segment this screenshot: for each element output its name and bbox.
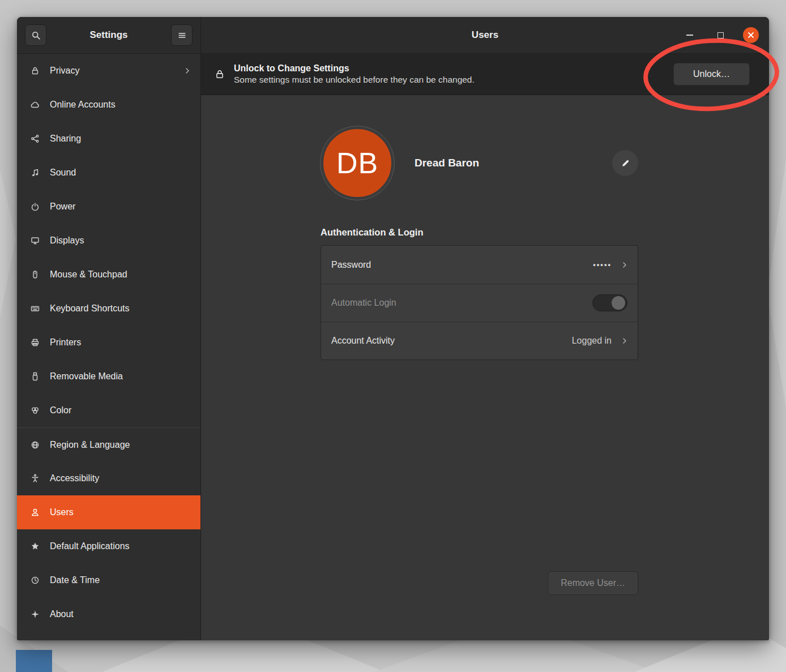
window-controls: [682, 17, 759, 53]
sidebar-item-about[interactable]: About: [17, 597, 200, 631]
display-icon: [31, 236, 40, 245]
lock-icon: [215, 69, 225, 79]
infobar-title: Unlock to Change Settings: [234, 62, 475, 75]
sidebar-item-privacy[interactable]: Privacy: [17, 54, 200, 88]
printer-icon: [31, 338, 40, 347]
search-button[interactable]: [25, 24, 46, 46]
users-icon: [31, 508, 40, 517]
main-headerbar: Users: [201, 17, 769, 54]
remove-user-button[interactable]: Remove User…: [548, 571, 638, 595]
lock-icon: [31, 66, 40, 75]
sidebar-item-label: Displays: [50, 236, 84, 246]
auth-listbox: Password ••••• Automatic Login: [321, 245, 638, 360]
row-label: Account Activity: [331, 336, 395, 346]
color-icon: [31, 406, 40, 415]
sidebar-item-displays[interactable]: Displays: [17, 224, 200, 258]
sidebar-item-label: Removable Media: [50, 371, 123, 382]
sidebar-item-label: Color: [50, 405, 71, 416]
star-icon: [31, 542, 40, 551]
main-panel: Users Unlock to Change Settings Some set…: [201, 17, 769, 640]
sidebar-item-online-accounts[interactable]: Online Accounts: [17, 88, 200, 122]
infobar-text: Unlock to Change Settings Some settings …: [234, 62, 475, 87]
sidebar-item-label: Sharing: [50, 134, 81, 144]
sparkle-icon: [31, 610, 40, 619]
sidebar-item-sharing[interactable]: Sharing: [17, 122, 200, 156]
sidebar-item-keyboard-shortcuts[interactable]: Keyboard Shortcuts: [17, 292, 200, 326]
sidebar-item-mouse-touchpad[interactable]: Mouse & Touchpad: [17, 258, 200, 292]
account-activity-row[interactable]: Account Activity Logged in: [321, 322, 638, 359]
sidebar-item-date-time[interactable]: Date & Time: [17, 563, 200, 597]
sidebar: Settings Privacy Online Accounts: [17, 17, 201, 640]
sidebar-item-sound[interactable]: Sound: [17, 156, 200, 190]
sidebar-item-label: Printers: [50, 337, 81, 348]
sidebar-item-label: Power: [50, 202, 75, 212]
globe-icon: [31, 440, 40, 450]
sidebar-item-label: Mouse & Touchpad: [50, 269, 127, 280]
sidebar-item-color[interactable]: Color: [17, 393, 200, 427]
avatar: DB: [321, 126, 394, 200]
row-label: Automatic Login: [331, 298, 396, 308]
music-note-icon: [31, 168, 40, 177]
sidebar-nav: Privacy Online Accounts Sharing Sound: [17, 54, 200, 640]
sidebar-item-printers[interactable]: Printers: [17, 326, 200, 359]
chevron-right-icon: [622, 336, 627, 345]
chevron-right-icon: [622, 260, 627, 269]
page-title: Users: [472, 29, 498, 41]
sidebar-item-removable-media[interactable]: Removable Media: [17, 359, 200, 393]
menu-button[interactable]: [171, 24, 193, 46]
share-icon: [31, 134, 40, 143]
sidebar-item-label: Sound: [50, 168, 76, 178]
app-title: Settings: [46, 29, 171, 41]
minimize-button[interactable]: [682, 27, 698, 43]
unlock-button[interactable]: Unlock…: [673, 63, 750, 85]
automatic-login-row: Automatic Login: [321, 284, 638, 322]
password-row[interactable]: Password •••••: [321, 246, 638, 284]
hamburger-icon: [177, 31, 187, 40]
power-icon: [31, 202, 40, 211]
settings-window: Settings Privacy Online Accounts: [17, 17, 769, 640]
sidebar-item-accessibility[interactable]: Accessibility: [17, 461, 200, 495]
sidebar-item-default-applications[interactable]: Default Applications: [17, 529, 200, 563]
row-label: Password: [331, 260, 371, 270]
search-icon: [31, 31, 41, 40]
unlock-infobar: Unlock to Change Settings Some settings …: [201, 54, 769, 95]
desktop-taskbar-item: [16, 650, 52, 672]
toggle-knob: [612, 296, 625, 310]
maximize-icon: [717, 32, 724, 38]
sidebar-item-label: Keyboard Shortcuts: [50, 303, 130, 314]
sidebar-item-label: Privacy: [50, 66, 79, 76]
mouse-icon: [31, 270, 40, 279]
sidebar-item-users[interactable]: Users: [17, 495, 200, 529]
automatic-login-toggle[interactable]: [592, 294, 627, 311]
cloud-icon: [31, 100, 40, 109]
sidebar-item-label: Accessibility: [50, 473, 99, 483]
keyboard-icon: [31, 304, 40, 313]
user-card: DB Dread Baron: [321, 126, 638, 200]
sidebar-item-label: Default Applications: [50, 541, 130, 551]
close-button[interactable]: [743, 27, 759, 43]
password-dots: •••••: [593, 260, 612, 269]
sidebar-header: Settings: [17, 17, 200, 54]
clock-icon: [31, 576, 40, 585]
sidebar-item-label: Users: [50, 507, 74, 517]
user-name: Dread Baron: [415, 157, 479, 169]
account-activity-value: Logged in: [572, 336, 612, 346]
edit-name-button[interactable]: [612, 150, 638, 176]
sidebar-item-label: Online Accounts: [50, 100, 116, 110]
sidebar-item-label: Region & Language: [50, 440, 130, 450]
chevron-right-icon: [185, 66, 190, 75]
section-title-authentication: Authentication & Login: [321, 227, 638, 238]
close-icon: [747, 32, 754, 38]
minimize-icon: [686, 35, 693, 36]
sidebar-item-label: About: [50, 609, 74, 619]
infobar-subtitle: Some settings must be unlocked before th…: [234, 74, 475, 86]
users-content: DB Dread Baron Authentication & Login Pa…: [201, 95, 769, 640]
sidebar-item-label: Date & Time: [50, 575, 100, 585]
pencil-icon: [621, 159, 630, 168]
sidebar-item-power[interactable]: Power: [17, 190, 200, 224]
sidebar-item-region-language[interactable]: Region & Language: [17, 427, 200, 461]
accessibility-icon: [31, 474, 40, 483]
removable-media-icon: [31, 372, 40, 381]
maximize-button[interactable]: [712, 27, 728, 43]
